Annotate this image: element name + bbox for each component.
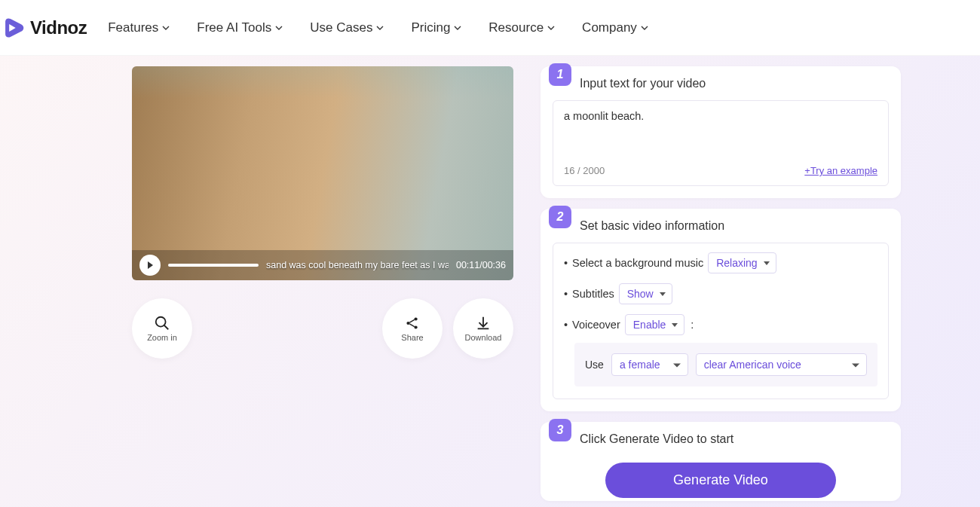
nav-resource[interactable]: Resource: [488, 20, 555, 35]
bgmusic-row: • Select a background music Relaxing: [564, 252, 877, 273]
logo-icon: [2, 15, 27, 41]
svg-point-4: [414, 325, 417, 328]
preview-column: sand was cool beneath my bare feet as I …: [132, 66, 513, 501]
use-label: Use: [585, 359, 604, 371]
share-button[interactable]: Share: [382, 298, 443, 359]
subtitles-row: • Subtitles Show: [564, 283, 877, 304]
play-icon: [145, 261, 155, 270]
nav-label: Company: [582, 20, 637, 35]
progress-bar[interactable]: [168, 264, 259, 267]
main-nav: Features Free AI Tools Use Cases Pricing…: [108, 20, 648, 35]
share-label: Share: [401, 333, 423, 342]
video-settings: • Select a background music Relaxing • S…: [553, 243, 889, 399]
bullet-icon: •: [564, 288, 568, 300]
logo-text: Vidnoz: [30, 17, 87, 38]
chevron-down-icon: [162, 24, 170, 32]
download-icon: [475, 315, 492, 331]
video-subtitle: sand was cool beneath my bare feet as I …: [266, 260, 449, 270]
step1-badge: 1: [549, 63, 571, 86]
svg-line-1: [164, 325, 169, 330]
actions-right: Share Download: [382, 298, 513, 359]
svg-point-0: [156, 317, 166, 327]
voiceover-subrow: Use a female clear American voice: [574, 343, 877, 386]
zoom-in-button[interactable]: Zoom in: [132, 298, 192, 359]
svg-point-3: [414, 317, 417, 320]
step1-card: 1 Input text for your video a moonlit be…: [541, 66, 901, 198]
play-button[interactable]: [139, 255, 161, 276]
voice-style-select[interactable]: clear American voice: [696, 353, 867, 376]
settings-column: 1 Input text for your video a moonlit be…: [541, 66, 901, 501]
nav-label: Use Cases: [310, 20, 372, 35]
nav-features[interactable]: Features: [108, 20, 170, 35]
step2-card: 2 Set basic video information • Select a…: [541, 209, 901, 411]
chevron-down-icon: [376, 24, 384, 32]
try-example-link[interactable]: +Try an example: [804, 165, 877, 176]
bgmusic-label: Select a background music: [572, 257, 703, 269]
video-time: 00:11/00:36: [456, 260, 506, 270]
bgmusic-select[interactable]: Relaxing: [708, 252, 776, 273]
nav-pricing[interactable]: Pricing: [411, 20, 461, 35]
step3-badge: 3: [549, 419, 571, 441]
generate-video-button[interactable]: Generate Video: [605, 463, 836, 498]
nav-label: Free AI Tools: [197, 20, 271, 35]
voiceover-select[interactable]: Enable: [625, 314, 685, 335]
nav-label: Resource: [488, 20, 544, 35]
step3-title: Click Generate Video to start: [580, 432, 889, 446]
step2-badge: 2: [549, 206, 571, 228]
nav-company[interactable]: Company: [582, 20, 648, 35]
svg-line-5: [409, 319, 414, 322]
nav-label: Features: [108, 20, 158, 35]
svg-point-2: [406, 322, 409, 325]
zoom-label: Zoom in: [147, 333, 177, 342]
chevron-down-icon: [275, 24, 283, 32]
svg-line-6: [409, 324, 414, 327]
download-button[interactable]: Download: [453, 298, 513, 359]
voiceover-row: • Voiceover Enable :: [564, 314, 877, 335]
nav-free-ai-tools[interactable]: Free AI Tools: [197, 20, 283, 35]
zoom-icon: [154, 315, 170, 331]
textarea-footer: 16 / 2000 +Try an example: [564, 165, 877, 176]
download-label: Download: [465, 333, 502, 342]
subtitles-select[interactable]: Show: [619, 283, 672, 304]
voice-gender-select[interactable]: a female: [611, 353, 688, 376]
nav-use-cases[interactable]: Use Cases: [310, 20, 384, 35]
step1-title: Input text for your video: [580, 77, 889, 90]
bullet-icon: •: [564, 319, 568, 331]
prompt-text: a moonlit beach.: [564, 110, 877, 165]
chevron-down-icon: [641, 24, 648, 32]
colon: :: [691, 319, 694, 331]
voiceover-label: Voiceover: [572, 319, 620, 331]
video-preview[interactable]: sand was cool beneath my bare feet as I …: [132, 66, 513, 280]
prompt-textarea[interactable]: a moonlit beach. 16 / 2000 +Try an examp…: [553, 100, 889, 186]
main-content: sand was cool beneath my bare feet as I …: [0, 56, 980, 501]
char-counter: 16 / 2000: [564, 165, 605, 176]
bullet-icon: •: [564, 257, 568, 269]
step3-card: 3 Click Generate Video to start Generate…: [541, 422, 901, 501]
preview-actions: Zoom in Share Download: [132, 298, 513, 359]
top-header: Vidnoz Features Free AI Tools Use Cases …: [0, 0, 980, 56]
chevron-down-icon: [454, 24, 461, 32]
logo[interactable]: Vidnoz: [2, 15, 87, 41]
nav-label: Pricing: [411, 20, 450, 35]
subtitles-label: Subtitles: [572, 288, 614, 300]
video-controls: sand was cool beneath my bare feet as I …: [132, 250, 513, 280]
chevron-down-icon: [547, 24, 555, 32]
share-icon: [404, 315, 421, 331]
step2-title: Set basic video information: [580, 219, 889, 233]
